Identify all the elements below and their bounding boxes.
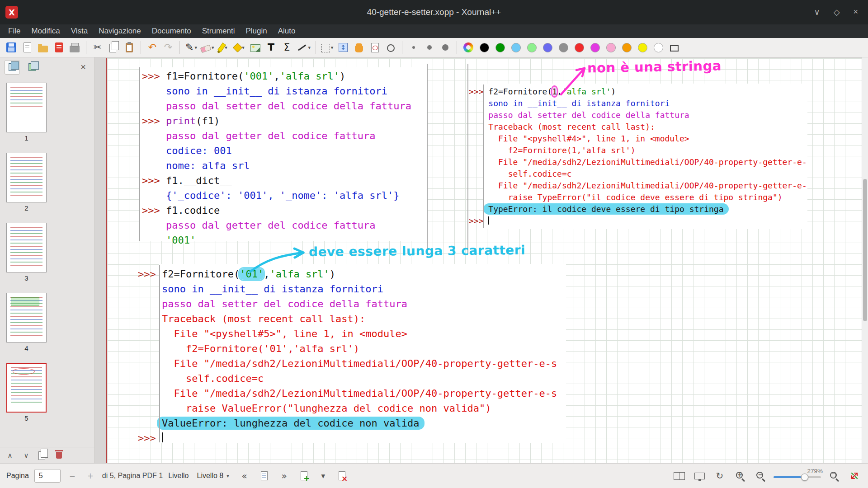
dropdown-arrow-icon[interactable]: ▾ — [331, 45, 334, 51]
shape-recognizer-button[interactable] — [367, 39, 382, 56]
fullscreen-button[interactable] — [847, 469, 862, 483]
scrollbar-thumb[interactable] — [863, 179, 867, 321]
select-rectangle-button[interactable]: ▾ — [320, 39, 335, 56]
color-black-button[interactable] — [476, 39, 492, 56]
thumbnail-image[interactable] — [6, 293, 47, 343]
page-increment-button[interactable]: + — [84, 469, 97, 482]
dropdown-arrow-icon[interactable]: ▾ — [212, 45, 214, 51]
menu-modifica[interactable]: Modifica — [26, 24, 65, 38]
select-rectangle-icon — [321, 44, 330, 52]
page-thumbnail-4[interactable]: 4 — [6, 293, 48, 352]
page-decrement-button[interactable]: − — [66, 469, 79, 482]
zoom-slider[interactable] — [774, 476, 821, 478]
cut-button[interactable]: ✂ — [90, 39, 105, 56]
color-yellow-button[interactable] — [635, 39, 650, 56]
page-thumbnail-2[interactable]: 2 — [6, 153, 48, 212]
thumbnail-image[interactable] — [6, 83, 47, 132]
close-button[interactable]: × — [853, 7, 858, 17]
color-orange-button[interactable] — [619, 39, 634, 56]
math-tex-button[interactable]: Σ — [279, 39, 295, 56]
move-page-down-button[interactable]: ∨ — [20, 449, 33, 462]
undo-button[interactable]: ↶ — [145, 39, 160, 56]
highlighter-tool-button[interactable]: ▾ — [216, 39, 231, 56]
canvas-area[interactable]: non è una stringa deve essere lunga 3 ca… — [95, 57, 868, 463]
menu-plugin[interactable]: Plugin — [240, 24, 272, 38]
thumbnail-image[interactable] — [6, 363, 47, 413]
add-page-button[interactable] — [297, 469, 311, 483]
tab-layer-preview[interactable] — [24, 60, 40, 75]
dropdown-arrow-icon[interactable]: ▾ — [194, 45, 197, 51]
eraser-tool-button[interactable]: ▾ — [199, 39, 216, 56]
menu-vista[interactable]: Vista — [66, 24, 94, 38]
goto-annotated-page-button[interactable] — [257, 469, 272, 483]
add-page-dropdown[interactable]: ▾ — [317, 469, 330, 482]
minimize-button[interactable]: ∨ — [814, 7, 820, 17]
menu-file[interactable]: File — [3, 24, 26, 38]
color-blue-button[interactable] — [540, 39, 555, 56]
delete-page-button[interactable] — [335, 469, 349, 483]
thumbnail-image[interactable] — [6, 153, 47, 202]
menu-navigazione[interactable]: Navigazione — [93, 24, 146, 38]
save-button[interactable] — [4, 39, 19, 56]
redo-button[interactable]: ↷ — [160, 39, 176, 56]
maximize-button[interactable]: ◇ — [834, 7, 840, 17]
page-thumbnail-1[interactable]: 1 — [6, 83, 48, 142]
shape-rectangle-button[interactable] — [666, 39, 682, 56]
shell-prompt — [469, 122, 488, 131]
menu-strumenti[interactable]: Strumenti — [197, 24, 241, 38]
layer-select[interactable]: Livello 8 ▾ — [194, 469, 231, 483]
page-number-input[interactable]: 5 — [34, 469, 61, 483]
text-tool-button[interactable]: T — [264, 39, 279, 56]
dropdown-arrow-icon[interactable]: ▾ — [308, 45, 311, 51]
document-page[interactable]: non è una stringa deve essere lunga 3 ca… — [106, 58, 862, 463]
dropdown-arrow-icon[interactable]: ▾ — [242, 45, 245, 51]
thumbnail-image[interactable] — [6, 223, 47, 272]
presentation-mode-button[interactable] — [692, 469, 707, 483]
code-segment: TypeError: il codice deve essere di tipo… — [483, 203, 728, 215]
page-thumbnail-5[interactable]: 5 — [6, 363, 48, 422]
color-pink-button[interactable] — [603, 39, 618, 56]
color-magenta-button[interactable] — [587, 39, 603, 56]
sidebar-close-button[interactable]: × — [76, 61, 90, 74]
export-pdf-button[interactable] — [51, 39, 66, 56]
refresh-zoom-button[interactable]: ↻ — [712, 469, 727, 483]
zoom-in-button[interactable] — [733, 469, 747, 483]
color-light-blue-button[interactable] — [508, 39, 524, 56]
paste-button[interactable] — [122, 39, 137, 56]
pen-tool-button[interactable]: ✎▾ — [184, 39, 199, 56]
hand-tool-button[interactable] — [351, 39, 367, 56]
zoom-slider-knob[interactable] — [801, 474, 808, 481]
menu-documento[interactable]: Documento — [146, 24, 197, 38]
dual-page-view-button[interactable] — [672, 469, 686, 483]
print-button[interactable] — [67, 39, 82, 56]
color-gray-button[interactable] — [556, 39, 571, 56]
thickness-thick-button[interactable] — [438, 39, 453, 56]
color-white-button[interactable] — [651, 39, 666, 56]
delete-page-sidebar-button[interactable] — [52, 449, 65, 462]
spline-tool-button[interactable] — [383, 39, 398, 56]
undo-icon: ↶ — [148, 42, 156, 52]
thickness-medium-button[interactable] — [422, 39, 437, 56]
shape-tool-button[interactable]: ▾ — [295, 39, 312, 56]
color-green-button[interactable] — [492, 39, 508, 56]
open-file-button[interactable] — [35, 39, 51, 56]
color-light-green-button[interactable] — [524, 39, 539, 56]
insert-image-button[interactable] — [248, 39, 263, 56]
copy-button[interactable] — [106, 39, 121, 56]
new-document-button[interactable] — [19, 39, 35, 56]
next-annotated-page-button[interactable]: » — [277, 469, 292, 483]
tab-page-preview[interactable] — [5, 60, 20, 75]
copy-page-button[interactable] — [36, 449, 49, 462]
fill-tool-button[interactable]: ▾ — [232, 39, 247, 56]
move-page-up-button[interactable]: ∧ — [4, 449, 16, 462]
zoom-out-button[interactable] — [753, 469, 768, 483]
zoom-fit-button[interactable] — [827, 469, 841, 483]
color-wheel-button[interactable] — [461, 39, 476, 56]
color-red-button[interactable] — [571, 39, 587, 56]
thickness-fine-button[interactable] — [406, 39, 421, 56]
vertical-scrollbar[interactable] — [862, 57, 868, 463]
menu-aiuto[interactable]: Aiuto — [273, 24, 301, 38]
page-thumbnail-3[interactable]: 3 — [6, 223, 48, 282]
first-page-button[interactable]: « — [237, 469, 252, 483]
vertical-space-tool-button[interactable] — [335, 39, 351, 56]
